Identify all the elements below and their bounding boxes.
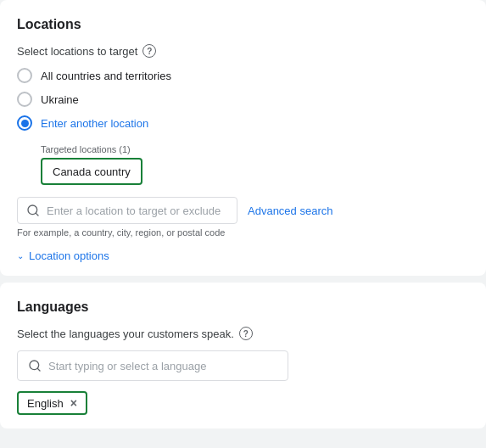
location-radio-group: All countries and territories Ukraine En… — [17, 68, 469, 131]
svg-line-1 — [36, 213, 38, 216]
radio-label-another: Enter another location — [41, 117, 148, 130]
locations-card: Locations Select locations to target ? A… — [0, 0, 486, 276]
languages-section-label: Select the languages your customers spea… — [17, 327, 469, 340]
locations-section-label: Select locations to target ? — [17, 44, 469, 58]
languages-help-icon[interactable]: ? — [239, 327, 253, 340]
radio-label-all: All countries and territories — [41, 70, 171, 82]
search-icon — [26, 204, 40, 217]
search-icon — [28, 359, 42, 372]
targeted-locations-header: Targeted locations (1) — [41, 144, 469, 154]
radio-circle-all — [17, 68, 32, 83]
locations-title: Locations — [17, 17, 469, 32]
locations-help-icon[interactable]: ? — [142, 44, 156, 58]
language-search-box[interactable]: Start typing or select a language — [17, 350, 288, 381]
selected-language-tag: English × — [17, 391, 87, 415]
radio-circle-another — [17, 115, 32, 131]
radio-ukraine[interactable]: Ukraine — [17, 92, 469, 107]
language-search-placeholder: Start typing or select a language — [48, 360, 206, 372]
languages-title: Languages — [17, 300, 469, 315]
location-search-placeholder: Enter a location to target or exclude — [47, 204, 221, 217]
svg-line-3 — [37, 368, 40, 371]
radio-label-ukraine: Ukraine — [41, 93, 79, 106]
targeted-location-label: Canada country — [53, 165, 131, 178]
location-options-toggle[interactable]: ⌄ Location options — [17, 249, 469, 262]
targeted-location-tag: Canada country — [41, 158, 142, 185]
radio-another-location[interactable]: Enter another location — [17, 115, 469, 131]
selected-language-label: English — [27, 397, 64, 410]
location-search-row: Enter a location to target or exclude Ad… — [17, 197, 469, 224]
radio-circle-ukraine — [17, 92, 32, 107]
remove-language-button[interactable]: × — [70, 396, 77, 410]
location-search-box[interactable]: Enter a location to target or exclude — [17, 197, 237, 224]
languages-card: Languages Select the languages your cust… — [0, 283, 486, 428]
location-search-hint: For example, a country, city, region, or… — [17, 227, 469, 238]
chevron-down-icon: ⌄ — [17, 251, 24, 260]
advanced-search-link[interactable]: Advanced search — [248, 204, 332, 217]
location-options-label: Location options — [29, 249, 109, 262]
radio-all-countries[interactable]: All countries and territories — [17, 68, 469, 83]
